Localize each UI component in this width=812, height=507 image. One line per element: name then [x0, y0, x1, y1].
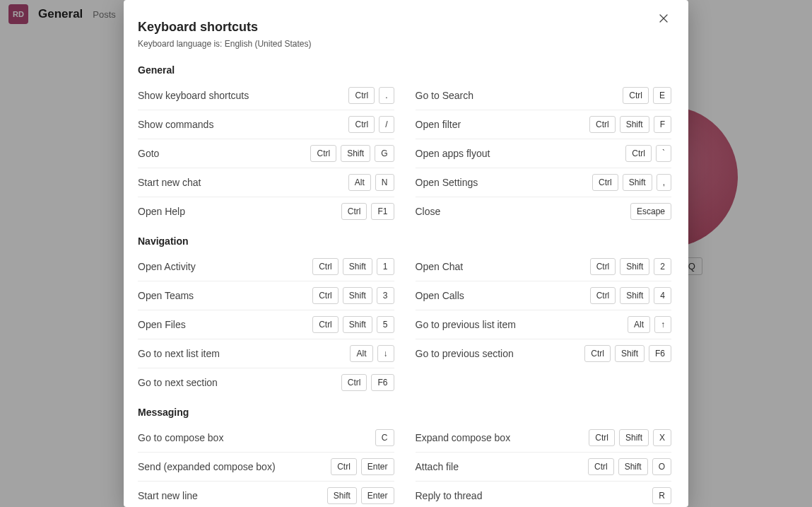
key: Alt	[348, 174, 371, 191]
shortcut-row: GotoCtrlShiftG	[138, 139, 394, 168]
section-title: Messaging	[138, 407, 671, 418]
key: R	[652, 487, 671, 504]
key: Ctrl	[588, 458, 614, 475]
keyboard-shortcuts-dialog: Keyboard shortcuts Keyboard language is:…	[124, 0, 688, 507]
shortcut-keys: CtrlShift2	[590, 258, 671, 275]
shortcut-label: Start new line	[138, 490, 198, 501]
key: C	[375, 429, 394, 446]
shortcut-label: Open filter	[416, 119, 461, 130]
shortcut-label: Open Files	[138, 319, 186, 330]
key: Escape	[630, 203, 671, 220]
key: Ctrl	[590, 258, 616, 275]
shortcut-column: Show keyboard shortcutsCtrl.Show command…	[138, 81, 394, 226]
key: Ctrl	[625, 145, 652, 162]
key: Ctrl	[590, 287, 616, 304]
shortcut-column: Open ActivityCtrlShift1Open TeamsCtrlShi…	[138, 252, 394, 397]
key: Ctrl	[348, 116, 375, 133]
shortcut-row: Open filterCtrlShiftF	[416, 110, 672, 139]
shortcut-row: Show keyboard shortcutsCtrl.	[138, 81, 394, 110]
shortcut-keys: CtrlShiftX	[589, 429, 671, 446]
key: ↓	[377, 345, 394, 362]
key: Alt	[628, 316, 650, 333]
key: E	[653, 87, 671, 104]
key: Shift	[620, 258, 649, 275]
key: Ctrl	[584, 345, 611, 362]
shortcut-label: Goto	[138, 148, 159, 159]
shortcut-label: Go to previous section	[416, 348, 514, 359]
shortcut-row: Expand compose boxCtrlShiftX	[416, 424, 672, 453]
key: F	[654, 116, 671, 133]
key: F6	[649, 345, 671, 362]
dialog-scroll[interactable]: Keyboard shortcuts Keyboard language is:…	[124, 0, 688, 507]
shortcut-label: Go to previous list item	[416, 319, 516, 330]
key: Enter	[361, 458, 394, 475]
shortcut-row: Show commandsCtrl/	[138, 110, 394, 139]
shortcut-label: Close	[416, 206, 441, 217]
shortcut-row: Open HelpCtrlF1	[138, 197, 394, 226]
shortcut-row: Go to compose boxC	[138, 424, 394, 453]
shortcut-row: Open FilesCtrlShift5	[138, 310, 394, 339]
section-grid: Open ActivityCtrlShift1Open TeamsCtrlShi…	[138, 252, 671, 397]
shortcut-label: Open apps flyout	[416, 148, 490, 159]
key: Shift	[620, 287, 649, 304]
shortcut-column: Open ChatCtrlShift2Open CallsCtrlShift4G…	[416, 252, 672, 397]
key: Ctrl	[589, 116, 616, 133]
shortcut-label: Show keyboard shortcuts	[138, 90, 249, 101]
close-button[interactable]	[654, 10, 673, 28]
shortcut-row: Go to next list itemAlt↓	[138, 339, 394, 368]
shortcut-label: Open Settings	[416, 177, 478, 188]
key: Ctrl	[592, 174, 618, 191]
key: ,	[657, 174, 671, 191]
shortcut-keys: CtrlF6	[341, 374, 394, 391]
shortcut-keys: CtrlShiftF6	[584, 345, 671, 362]
key: 3	[377, 287, 394, 304]
shortcut-label: Reply to thread	[416, 490, 483, 501]
key: Ctrl	[341, 203, 367, 220]
shortcut-row: Send (expanded compose box)CtrlEnter	[138, 453, 394, 482]
shortcut-keys: ShiftEnter	[327, 487, 394, 504]
key: Ctrl	[348, 87, 375, 104]
dialog-title: Keyboard shortcuts	[138, 20, 671, 35]
key: Ctrl	[623, 87, 649, 104]
shortcut-row: Go to next sectionCtrlF6	[138, 368, 394, 397]
key: Ctrl	[589, 429, 615, 446]
shortcut-keys: CtrlShiftO	[588, 458, 671, 475]
shortcut-label: Send (expanded compose box)	[138, 461, 276, 472]
shortcut-label: Go to Search	[416, 90, 474, 101]
shortcut-row: Open CallsCtrlShift4	[416, 281, 672, 310]
shortcut-keys: R	[652, 487, 671, 504]
key: Ctrl	[312, 258, 339, 275]
key: ↑	[654, 316, 671, 333]
shortcut-row: Attach fileCtrlShiftO	[416, 453, 672, 482]
shortcut-keys: AltN	[348, 174, 394, 191]
key: Shift	[327, 487, 357, 504]
shortcut-keys: CtrlShift4	[590, 287, 671, 304]
shortcut-label: Attach file	[416, 461, 459, 472]
shortcut-keys: CtrlE	[623, 87, 671, 104]
shortcut-row: Reply to threadR	[416, 482, 672, 507]
key: Ctrl	[310, 145, 336, 162]
shortcut-keys: CtrlEnter	[331, 458, 394, 475]
shortcut-row: Start new chatAltN	[138, 168, 394, 197]
key: 2	[654, 258, 671, 275]
key: Enter	[361, 487, 394, 504]
shortcut-label: Open Calls	[416, 290, 464, 301]
shortcut-row: Open TeamsCtrlShift3	[138, 281, 394, 310]
shortcut-label: Go to compose box	[138, 432, 223, 443]
shortcut-label: Expand compose box	[416, 432, 511, 443]
section-title: General	[138, 64, 671, 76]
key: Ctrl	[312, 287, 339, 304]
shortcut-label: Go to next section	[138, 377, 218, 388]
shortcut-column: Go to compose boxCSend (expanded compose…	[138, 424, 394, 507]
key: Ctrl	[331, 458, 357, 475]
shortcut-label: Open Help	[138, 206, 185, 217]
key: Shift	[620, 116, 649, 133]
shortcut-column: Expand compose boxCtrlShiftXAttach fileC…	[416, 424, 672, 507]
shortcut-row: Start new lineShiftEnter	[138, 482, 394, 507]
section-title: Navigation	[138, 235, 671, 247]
shortcut-keys: Ctrl`	[625, 145, 671, 162]
key: Ctrl	[341, 374, 367, 391]
key: Shift	[623, 174, 652, 191]
shortcut-keys: CtrlF1	[341, 203, 394, 220]
shortcut-keys: Alt↑	[628, 316, 671, 333]
